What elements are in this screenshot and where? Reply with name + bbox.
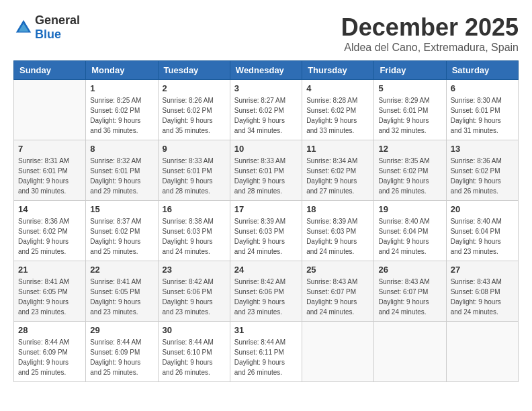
calendar-cell [14, 80, 86, 140]
day-info: Sunrise: 8:30 AMSunset: 6:01 PMDaylight:… [451, 95, 514, 136]
day-info: Sunrise: 8:44 AMSunset: 6:10 PMDaylight:… [163, 337, 226, 377]
day-info: Sunrise: 8:43 AMSunset: 6:08 PMDaylight:… [451, 277, 514, 317]
calendar-cell: 13Sunrise: 8:36 AMSunset: 6:02 PMDayligh… [446, 140, 518, 201]
calendar-cell [302, 322, 374, 382]
weekday-header: Monday [86, 61, 158, 80]
calendar-cell: 15Sunrise: 8:37 AMSunset: 6:02 PMDayligh… [86, 201, 158, 261]
page-header: General Blue December 2025 Aldea del Can… [13, 13, 519, 54]
day-number: 13 [451, 144, 514, 154]
calendar-cell: 8Sunrise: 8:32 AMSunset: 6:01 PMDaylight… [86, 140, 158, 201]
day-info: Sunrise: 8:35 AMSunset: 6:02 PMDaylight:… [378, 156, 441, 196]
calendar-cell: 2Sunrise: 8:26 AMSunset: 6:02 PMDaylight… [158, 80, 230, 140]
calendar-table: SundayMondayTuesdayWednesdayThursdayFrid… [13, 60, 519, 382]
day-number: 14 [18, 204, 81, 214]
day-number: 17 [234, 204, 298, 214]
day-number: 28 [18, 325, 81, 335]
day-number: 23 [163, 265, 226, 275]
day-info: Sunrise: 8:44 AMSunset: 6:09 PMDaylight:… [18, 337, 81, 377]
day-info: Sunrise: 8:34 AMSunset: 6:02 PMDaylight:… [306, 156, 369, 196]
calendar-cell: 28Sunrise: 8:44 AMSunset: 6:09 PMDayligh… [14, 322, 86, 382]
day-info: Sunrise: 8:36 AMSunset: 6:02 PMDaylight:… [18, 216, 81, 257]
weekday-header: Saturday [446, 61, 518, 80]
calendar-cell: 21Sunrise: 8:41 AMSunset: 6:05 PMDayligh… [14, 261, 86, 322]
calendar-cell: 20Sunrise: 8:40 AMSunset: 6:04 PMDayligh… [446, 201, 518, 261]
calendar-cell: 11Sunrise: 8:34 AMSunset: 6:02 PMDayligh… [302, 140, 374, 201]
calendar-cell: 7Sunrise: 8:31 AMSunset: 6:01 PMDaylight… [14, 140, 86, 201]
day-info: Sunrise: 8:43 AMSunset: 6:07 PMDaylight:… [378, 277, 441, 317]
day-info: Sunrise: 8:25 AMSunset: 6:02 PMDaylight:… [90, 95, 153, 136]
logo-icon [13, 17, 34, 38]
day-number: 22 [90, 265, 153, 275]
calendar-cell: 10Sunrise: 8:33 AMSunset: 6:01 PMDayligh… [230, 140, 302, 201]
day-info: Sunrise: 8:40 AMSunset: 6:04 PMDaylight:… [451, 216, 514, 257]
day-number: 25 [306, 265, 369, 275]
day-info: Sunrise: 8:26 AMSunset: 6:02 PMDaylight:… [163, 95, 226, 136]
calendar-week-row: 21Sunrise: 8:41 AMSunset: 6:05 PMDayligh… [14, 261, 519, 322]
day-number: 26 [378, 265, 441, 275]
day-info: Sunrise: 8:42 AMSunset: 6:06 PMDaylight:… [234, 277, 298, 317]
day-info: Sunrise: 8:44 AMSunset: 6:11 PMDaylight:… [234, 337, 298, 377]
weekday-header: Wednesday [230, 61, 302, 80]
calendar-cell: 12Sunrise: 8:35 AMSunset: 6:02 PMDayligh… [374, 140, 446, 201]
calendar-cell: 31Sunrise: 8:44 AMSunset: 6:11 PMDayligh… [230, 322, 302, 382]
day-info: Sunrise: 8:41 AMSunset: 6:05 PMDaylight:… [18, 277, 81, 317]
day-info: Sunrise: 8:39 AMSunset: 6:03 PMDaylight:… [306, 216, 369, 257]
calendar-cell: 5Sunrise: 8:29 AMSunset: 6:01 PMDaylight… [374, 80, 446, 140]
calendar-week-row: 14Sunrise: 8:36 AMSunset: 6:02 PMDayligh… [14, 201, 519, 261]
calendar-cell: 9Sunrise: 8:33 AMSunset: 6:01 PMDaylight… [158, 140, 230, 201]
day-number: 21 [18, 265, 81, 275]
day-info: Sunrise: 8:39 AMSunset: 6:03 PMDaylight:… [234, 216, 298, 257]
day-number: 12 [378, 144, 441, 154]
calendar-cell: 4Sunrise: 8:28 AMSunset: 6:02 PMDaylight… [302, 80, 374, 140]
weekday-header: Sunday [14, 61, 86, 80]
day-number: 2 [163, 83, 226, 93]
day-info: Sunrise: 8:38 AMSunset: 6:03 PMDaylight:… [163, 216, 226, 257]
day-number: 29 [90, 325, 153, 335]
calendar-week-row: 28Sunrise: 8:44 AMSunset: 6:09 PMDayligh… [14, 322, 519, 382]
weekday-header: Friday [374, 61, 446, 80]
day-number: 30 [163, 325, 226, 335]
day-number: 10 [234, 144, 298, 154]
title-section: December 2025 Aldea del Cano, Extremadur… [341, 13, 519, 54]
day-info: Sunrise: 8:40 AMSunset: 6:04 PMDaylight:… [378, 216, 441, 257]
calendar-week-row: 1Sunrise: 8:25 AMSunset: 6:02 PMDaylight… [14, 80, 519, 140]
calendar-cell: 18Sunrise: 8:39 AMSunset: 6:03 PMDayligh… [302, 201, 374, 261]
day-number: 4 [306, 83, 369, 93]
calendar-cell: 1Sunrise: 8:25 AMSunset: 6:02 PMDaylight… [86, 80, 158, 140]
calendar-cell: 26Sunrise: 8:43 AMSunset: 6:07 PMDayligh… [374, 261, 446, 322]
logo: General Blue [13, 13, 80, 42]
calendar-cell: 30Sunrise: 8:44 AMSunset: 6:10 PMDayligh… [158, 322, 230, 382]
day-info: Sunrise: 8:31 AMSunset: 6:01 PMDaylight:… [18, 156, 81, 196]
calendar-cell: 29Sunrise: 8:44 AMSunset: 6:09 PMDayligh… [86, 322, 158, 382]
calendar-header-row: SundayMondayTuesdayWednesdayThursdayFrid… [14, 61, 519, 80]
day-number: 1 [90, 83, 153, 93]
day-info: Sunrise: 8:43 AMSunset: 6:07 PMDaylight:… [306, 277, 369, 317]
weekday-header: Thursday [302, 61, 374, 80]
calendar-cell: 14Sunrise: 8:36 AMSunset: 6:02 PMDayligh… [14, 201, 86, 261]
day-number: 24 [234, 265, 298, 275]
calendar-cell: 6Sunrise: 8:30 AMSunset: 6:01 PMDaylight… [446, 80, 518, 140]
calendar-cell: 16Sunrise: 8:38 AMSunset: 6:03 PMDayligh… [158, 201, 230, 261]
month-title: December 2025 [341, 13, 519, 42]
day-number: 19 [378, 204, 441, 214]
weekday-header: Tuesday [158, 61, 230, 80]
logo-blue-text: Blue [35, 28, 61, 41]
day-info: Sunrise: 8:42 AMSunset: 6:06 PMDaylight:… [163, 277, 226, 317]
day-info: Sunrise: 8:27 AMSunset: 6:02 PMDaylight:… [234, 95, 298, 136]
day-info: Sunrise: 8:44 AMSunset: 6:09 PMDaylight:… [90, 337, 153, 377]
day-info: Sunrise: 8:37 AMSunset: 6:02 PMDaylight:… [90, 216, 153, 257]
day-info: Sunrise: 8:28 AMSunset: 6:02 PMDaylight:… [306, 95, 369, 136]
day-number: 31 [234, 325, 298, 335]
calendar-cell: 23Sunrise: 8:42 AMSunset: 6:06 PMDayligh… [158, 261, 230, 322]
calendar-cell: 17Sunrise: 8:39 AMSunset: 6:03 PMDayligh… [230, 201, 302, 261]
day-number: 7 [18, 144, 81, 154]
calendar-cell: 24Sunrise: 8:42 AMSunset: 6:06 PMDayligh… [230, 261, 302, 322]
day-number: 9 [163, 144, 226, 154]
day-info: Sunrise: 8:33 AMSunset: 6:01 PMDaylight:… [234, 156, 298, 196]
day-number: 20 [451, 204, 514, 214]
day-number: 3 [234, 83, 298, 93]
day-info: Sunrise: 8:41 AMSunset: 6:05 PMDaylight:… [90, 277, 153, 317]
day-number: 18 [306, 204, 369, 214]
day-number: 16 [163, 204, 226, 214]
day-info: Sunrise: 8:29 AMSunset: 6:01 PMDaylight:… [378, 95, 441, 136]
